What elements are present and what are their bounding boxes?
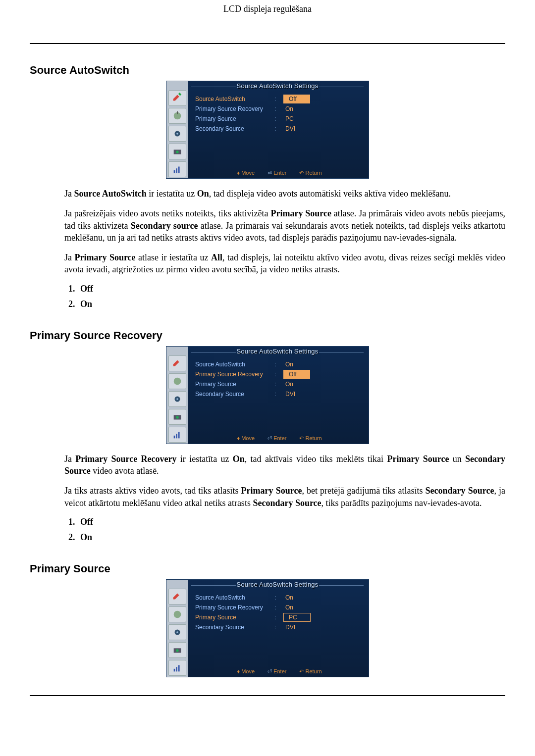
paragraph: Ja Source AutoSwitch ir iestatīta uz On,…: [64, 188, 505, 200]
osd-screenshot-2: Source AutoSwitch Settings Source AutoSw…: [166, 346, 369, 444]
osd-row-label: Primary Source Recovery: [195, 604, 274, 611]
osd-row-label: Secondary Source: [195, 624, 274, 631]
svg-point-11: [176, 398, 178, 400]
tools-icon: [168, 108, 186, 124]
svg-point-19: [176, 631, 178, 633]
osd-hint-bar: ♦ Move ⏎ Enter ↶ Return: [195, 668, 364, 675]
option-list: Off On: [64, 517, 505, 543]
paragraph: Ja tiks atrasts aktīvs video avots, tad …: [64, 485, 505, 509]
osd-row-value: On: [278, 381, 363, 388]
svg-point-13: [176, 416, 179, 419]
tools-icon: [168, 606, 186, 622]
osd-icon-column: [166, 580, 188, 677]
header-rule: [30, 43, 505, 44]
list-item: Off: [77, 517, 505, 527]
svg-rect-6: [174, 170, 175, 173]
osd-row-label: Source AutoSwitch: [195, 96, 274, 102]
osd-hint-bar: ♦ Move ⏎ Enter ↶ Return: [195, 170, 364, 176]
osd-icon-column: [166, 347, 188, 444]
osd-row-label: Primary Source: [195, 614, 274, 621]
svg-point-3: [176, 133, 178, 135]
list-item: On: [77, 299, 505, 309]
paragraph: Ja Primary Source atlase ir iestatīta uz…: [64, 252, 505, 276]
svg-rect-23: [176, 667, 177, 671]
gear-icon: [168, 391, 186, 407]
osd-row-value: PC: [283, 613, 311, 622]
svg-rect-14: [174, 436, 175, 439]
paragraph: Ja Primary Source Recovery ir iestatīta …: [64, 453, 505, 477]
gear-icon: [168, 126, 186, 142]
section-title-source-autoswitch: Source AutoSwitch: [30, 64, 505, 77]
osd-row-label: Source AutoSwitch: [195, 361, 274, 368]
camera-icon: [168, 144, 186, 159]
svg-point-17: [174, 611, 181, 618]
osd-hint-bar: ♦ Move ⏎ Enter ↶ Return: [195, 435, 364, 442]
paint-icon: [168, 589, 186, 605]
osd-row-label: Primary Source: [195, 115, 274, 122]
osd-row-value: DVI: [278, 391, 363, 398]
list-item: On: [77, 532, 505, 543]
list-item: Off: [77, 284, 505, 294]
osd-row-label: Primary Source Recovery: [195, 371, 274, 378]
osd-row: Secondary Source: DVI: [195, 389, 363, 399]
osd-row-value: On: [278, 105, 363, 112]
osd-row: Source AutoSwitch: Off: [195, 94, 363, 104]
osd-row-value: Off: [283, 370, 310, 379]
osd-row: Primary Source: On: [195, 379, 363, 389]
osd-row: Primary Source Recovery: On: [195, 104, 363, 114]
osd-row-label: Secondary Source: [195, 125, 274, 132]
footer-rule: [30, 695, 505, 711]
camera-icon: [168, 409, 186, 425]
svg-point-5: [176, 151, 179, 153]
svg-point-9: [174, 377, 181, 385]
svg-rect-16: [178, 432, 180, 438]
tools-icon: [168, 373, 186, 389]
svg-rect-7: [176, 168, 177, 173]
section-title-primary-source-recovery: Primary Source Recovery: [30, 329, 505, 342]
section-body: Ja Source AutoSwitch ir iestatīta uz On,…: [64, 188, 505, 276]
camera-icon: [168, 642, 186, 658]
page-header: LCD displeja regulēšana: [30, 0, 505, 18]
chart-icon: [168, 427, 186, 443]
osd-row: Primary Source: PC: [195, 114, 363, 124]
osd-row-value: On: [278, 361, 363, 368]
section-body: Ja Primary Source Recovery ir iestatīta …: [64, 453, 505, 509]
svg-rect-8: [178, 167, 180, 173]
osd-row: Secondary Source: DVI: [195, 124, 363, 134]
osd-row-value: On: [278, 604, 363, 611]
svg-rect-22: [174, 669, 175, 672]
osd-row-label: Primary Source: [195, 381, 274, 388]
osd-row-label: Source AutoSwitch: [195, 594, 274, 601]
osd-row: Primary Source Recovery: On: [195, 603, 363, 612]
osd-row-value: DVI: [278, 125, 363, 132]
paragraph: Ja pašreizējais video avots netiks notei…: [64, 207, 505, 244]
chart-icon: [168, 161, 186, 177]
svg-point-21: [176, 649, 179, 652]
osd-row: Source AutoSwitch: On: [195, 359, 363, 369]
osd-icon-column: [166, 81, 188, 178]
osd-row-value: DVI: [278, 624, 363, 631]
osd-row: Primary Source Recovery: Off: [195, 369, 363, 379]
osd-row-value: On: [278, 594, 363, 601]
osd-row: Secondary Source: DVI: [195, 622, 363, 632]
chart-icon: [168, 660, 186, 676]
section-title-primary-source: Primary Source: [30, 562, 505, 575]
osd-row-value: PC: [278, 115, 363, 122]
osd-screenshot-3: Source AutoSwitch Settings Source AutoSw…: [166, 579, 369, 677]
osd-row: Source AutoSwitch: On: [195, 593, 363, 603]
osd-row-value: Off: [283, 95, 310, 103]
gear-icon: [168, 624, 186, 640]
paint-icon: [168, 90, 186, 106]
paint-icon: [168, 355, 186, 371]
osd-screenshot-1: Source AutoSwitch Settings Source AutoSw…: [166, 81, 369, 179]
option-list: Off On: [64, 284, 505, 309]
svg-rect-24: [178, 665, 180, 671]
osd-row-label: Primary Source Recovery: [195, 105, 274, 112]
osd-row: Primary Source: PC: [195, 612, 363, 622]
svg-rect-1: [177, 111, 178, 114]
svg-rect-15: [176, 434, 177, 438]
osd-row-label: Secondary Source: [195, 391, 274, 398]
